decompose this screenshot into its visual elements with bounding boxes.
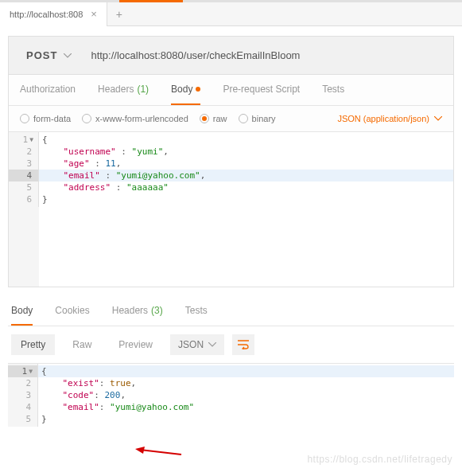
line-number: 1▼ xyxy=(9,134,38,146)
line-number: 4 xyxy=(9,170,38,181)
line-number: 4 xyxy=(8,401,37,413)
request-panel: POST Authorization Headers (1) Body Pre-… xyxy=(8,36,454,287)
dot-indicator-icon xyxy=(196,87,200,92)
code-line[interactable]: "age" : 11, xyxy=(39,158,453,170)
editor-padding xyxy=(9,207,453,287)
wrap-icon xyxy=(238,340,249,349)
code-line[interactable]: "username" : "yumi", xyxy=(39,146,453,158)
tab-authorization[interactable]: Authorization xyxy=(20,75,76,105)
watermark: https://blog.csdn.net/lifetragedy xyxy=(307,454,452,465)
request-url-row: POST xyxy=(9,37,453,75)
response-toolbar: Pretty Raw Preview JSON xyxy=(8,326,454,363)
add-tab-button[interactable]: + xyxy=(107,8,131,21)
content-type-dropdown[interactable]: JSON (application/json) xyxy=(337,114,442,123)
window-accent xyxy=(0,0,462,2)
radio-icon xyxy=(82,114,91,123)
tab-body[interactable]: Body xyxy=(171,75,200,105)
response-tab-headers[interactable]: Headers (3) xyxy=(112,297,163,326)
browser-tab[interactable]: http://localhost:808 × xyxy=(0,2,107,26)
code-line[interactable]: } xyxy=(38,413,454,425)
browser-tab-strip: http://localhost:808 × + xyxy=(0,2,462,26)
line-number: 5 xyxy=(8,413,37,425)
code-line[interactable]: "email" : "yumi@yahoo.com", xyxy=(39,170,453,181)
preview-button[interactable]: Preview xyxy=(109,334,162,355)
tab-tests[interactable]: Tests xyxy=(322,75,344,105)
response-format-dropdown[interactable]: JSON xyxy=(170,334,224,355)
code-line[interactable]: } xyxy=(39,193,453,205)
line-number: 2 xyxy=(9,146,38,158)
code-line[interactable]: "exist": true, xyxy=(38,377,454,389)
response-tab-tests[interactable]: Tests xyxy=(185,297,208,326)
chevron-down-icon xyxy=(64,53,72,58)
chevron-down-icon xyxy=(434,116,442,121)
code-line[interactable]: { xyxy=(39,134,453,146)
response-panel: Body Cookies Headers (3) Tests Pretty Ra… xyxy=(8,297,454,427)
pretty-button[interactable]: Pretty xyxy=(11,334,55,355)
line-number: 6 xyxy=(9,193,38,205)
code-line[interactable]: "code": 200, xyxy=(38,389,454,401)
radio-icon xyxy=(20,114,29,123)
radio-binary[interactable]: binary xyxy=(239,114,276,123)
tab-prerequest[interactable]: Pre-request Script xyxy=(223,75,300,105)
radio-xwww[interactable]: x-www-form-urlencoded xyxy=(82,114,188,123)
response-tab-cookies[interactable]: Cookies xyxy=(55,297,89,326)
raw-button[interactable]: Raw xyxy=(63,334,101,355)
line-number: 5 xyxy=(9,181,38,193)
svg-marker-1 xyxy=(135,447,145,454)
line-number: 2 xyxy=(8,377,37,389)
method-label: POST xyxy=(26,49,57,61)
response-headers-count: (3) xyxy=(151,305,163,316)
url-input[interactable] xyxy=(87,45,442,66)
wrap-lines-button[interactable] xyxy=(232,334,254,355)
headers-count: (1) xyxy=(137,84,149,95)
close-icon[interactable]: × xyxy=(91,8,97,20)
browser-tab-title: http://localhost:808 xyxy=(10,10,83,19)
response-tab-body[interactable]: Body xyxy=(11,297,33,326)
tab-headers[interactable]: Headers (1) xyxy=(98,75,149,105)
body-type-row: form-data x-www-form-urlencoded raw bina… xyxy=(9,106,453,132)
fold-toggle-icon[interactable]: ▼ xyxy=(29,365,33,377)
radio-raw[interactable]: raw xyxy=(200,114,227,123)
radio-icon xyxy=(200,114,209,123)
request-tabs: Authorization Headers (1) Body Pre-reque… xyxy=(9,75,453,106)
chevron-down-icon xyxy=(208,342,216,347)
response-tabs: Body Cookies Headers (3) Tests xyxy=(8,297,454,326)
svg-line-0 xyxy=(140,450,181,455)
radio-icon xyxy=(239,114,248,123)
code-line[interactable]: "address" : "aaaaaa" xyxy=(39,181,453,193)
arrow-annotation xyxy=(135,447,183,458)
response-body-editor[interactable]: 1▼2345{ "exist": true, "code": 200, "ema… xyxy=(8,363,454,427)
code-line[interactable]: { xyxy=(38,365,454,377)
line-number: 3 xyxy=(8,389,37,401)
fold-toggle-icon[interactable]: ▼ xyxy=(29,134,33,146)
code-line[interactable]: "email": "yumi@yahoo.com" xyxy=(38,401,454,413)
radio-form-data[interactable]: form-data xyxy=(20,114,71,123)
method-dropdown[interactable]: POST xyxy=(20,45,78,66)
line-number: 3 xyxy=(9,158,38,170)
request-body-editor[interactable]: 1▼23456{ "username" : "yumi", "age" : 11… xyxy=(9,132,453,207)
line-number: 1▼ xyxy=(8,365,37,377)
